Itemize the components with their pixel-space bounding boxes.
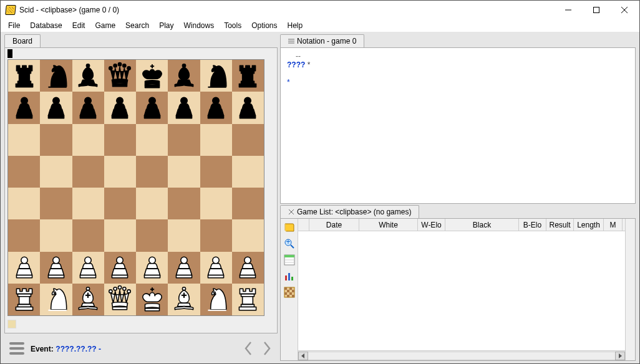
- tab-board[interactable]: Board: [4, 34, 41, 47]
- board-square[interactable]: [40, 156, 72, 188]
- board-square[interactable]: [72, 284, 104, 315]
- board-square[interactable]: [168, 92, 200, 123]
- menu-windows[interactable]: Windows: [178, 20, 219, 31]
- toolbar-book-icon[interactable]: [282, 220, 297, 235]
- toolbar-search-icon[interactable]: +: [282, 236, 297, 251]
- board-square[interactable]: [168, 252, 200, 284]
- scroll-left-icon[interactable]: [298, 352, 308, 360]
- board-square[interactable]: [104, 188, 136, 219]
- board-square[interactable]: [72, 92, 104, 123]
- menu-database[interactable]: Database: [25, 20, 67, 31]
- board-square[interactable]: [232, 252, 264, 284]
- board-square[interactable]: [232, 124, 264, 156]
- board-square[interactable]: [232, 60, 264, 92]
- gamelist-hscrollbar[interactable]: [298, 350, 625, 360]
- menu-search[interactable]: Search: [120, 20, 154, 31]
- gamelist-col-result[interactable]: Result: [546, 219, 574, 231]
- board-square[interactable]: [136, 284, 168, 315]
- toolbar-chart-icon[interactable]: [282, 269, 297, 284]
- board-square[interactable]: [200, 124, 232, 156]
- board-square[interactable]: [8, 188, 40, 219]
- board-square[interactable]: [136, 252, 168, 284]
- board-square[interactable]: [232, 156, 264, 188]
- toolbar-board-icon[interactable]: [282, 285, 297, 300]
- menu-play[interactable]: Play: [154, 20, 178, 31]
- board-square[interactable]: [200, 284, 232, 315]
- board-square[interactable]: [40, 284, 72, 315]
- board-square[interactable]: [8, 156, 40, 188]
- board-square[interactable]: [104, 124, 136, 156]
- menu-tools[interactable]: Tools: [219, 20, 246, 31]
- gamelist-col-black[interactable]: Black: [445, 219, 519, 231]
- board-square[interactable]: [168, 124, 200, 156]
- board-square[interactable]: [232, 219, 264, 251]
- board-square[interactable]: [200, 219, 232, 251]
- menu-help[interactable]: Help: [283, 20, 308, 31]
- board-square[interactable]: [40, 219, 72, 251]
- board-square[interactable]: [8, 60, 40, 92]
- gamelist-col-b-elo[interactable]: B-Elo: [519, 219, 546, 231]
- gamelist-col-index[interactable]: [298, 219, 309, 231]
- gamelist-col-white[interactable]: White: [359, 219, 418, 231]
- tab-notation[interactable]: Notation - game 0: [280, 34, 364, 47]
- close-button[interactable]: [610, 1, 638, 19]
- board-square[interactable]: [72, 124, 104, 156]
- board-square[interactable]: [40, 124, 72, 156]
- board-square[interactable]: [168, 188, 200, 219]
- board-square[interactable]: [72, 219, 104, 251]
- board-square[interactable]: [40, 188, 72, 219]
- next-game-button[interactable]: [260, 339, 274, 358]
- board-square[interactable]: [136, 188, 168, 219]
- tab-gamelist[interactable]: Game List: <clipbase> (no games): [280, 205, 419, 218]
- menu-options[interactable]: Options: [246, 20, 282, 31]
- board-square[interactable]: [40, 92, 72, 123]
- board-square[interactable]: [104, 156, 136, 188]
- menu-game[interactable]: Game: [90, 20, 120, 31]
- board-square[interactable]: [8, 124, 40, 156]
- board-square[interactable]: [40, 60, 72, 92]
- board-square[interactable]: [168, 284, 200, 315]
- gamelist-col-w-elo[interactable]: W-Elo: [418, 219, 445, 231]
- board-square[interactable]: [168, 60, 200, 92]
- board-square[interactable]: [104, 219, 136, 251]
- board-square[interactable]: [136, 92, 168, 123]
- board-square[interactable]: [8, 92, 40, 123]
- board-square[interactable]: [104, 284, 136, 315]
- board-square[interactable]: [104, 92, 136, 123]
- board-square[interactable]: [104, 252, 136, 284]
- board-square[interactable]: [40, 252, 72, 284]
- menu-file[interactable]: File: [3, 20, 25, 31]
- board-square[interactable]: [136, 156, 168, 188]
- board-square[interactable]: [72, 188, 104, 219]
- board-square[interactable]: [232, 188, 264, 219]
- board-square[interactable]: [168, 156, 200, 188]
- board-square[interactable]: [8, 252, 40, 284]
- board-square[interactable]: [72, 156, 104, 188]
- board-square[interactable]: [232, 92, 264, 123]
- board-square[interactable]: [136, 124, 168, 156]
- notation-body[interactable]: -- ???? * *: [280, 47, 636, 204]
- board-square[interactable]: [200, 156, 232, 188]
- board-square[interactable]: [200, 188, 232, 219]
- board-square[interactable]: [136, 60, 168, 92]
- board-square[interactable]: [168, 219, 200, 251]
- gamelist-col-length[interactable]: Length: [574, 219, 604, 231]
- board-square[interactable]: [232, 284, 264, 315]
- scroll-right-icon[interactable]: [615, 352, 625, 360]
- board-square[interactable]: [104, 60, 136, 92]
- gamelist-col-date[interactable]: Date: [309, 219, 359, 231]
- minimize-button[interactable]: [554, 1, 582, 19]
- board-square[interactable]: [72, 252, 104, 284]
- gamelist-col-m[interactable]: M: [604, 219, 623, 231]
- prev-game-button[interactable]: [241, 339, 255, 358]
- menu-icon[interactable]: [8, 341, 26, 356]
- board-square[interactable]: [8, 284, 40, 315]
- maximize-button[interactable]: [582, 1, 610, 19]
- menu-edit[interactable]: Edit: [67, 20, 90, 31]
- board-square[interactable]: [8, 219, 40, 251]
- close-icon[interactable]: [288, 209, 294, 215]
- board-square[interactable]: [136, 219, 168, 251]
- gamelist-vscrollbar[interactable]: [625, 219, 635, 360]
- scroll-track[interactable]: [308, 352, 615, 360]
- toolbar-layout-icon[interactable]: [282, 252, 297, 267]
